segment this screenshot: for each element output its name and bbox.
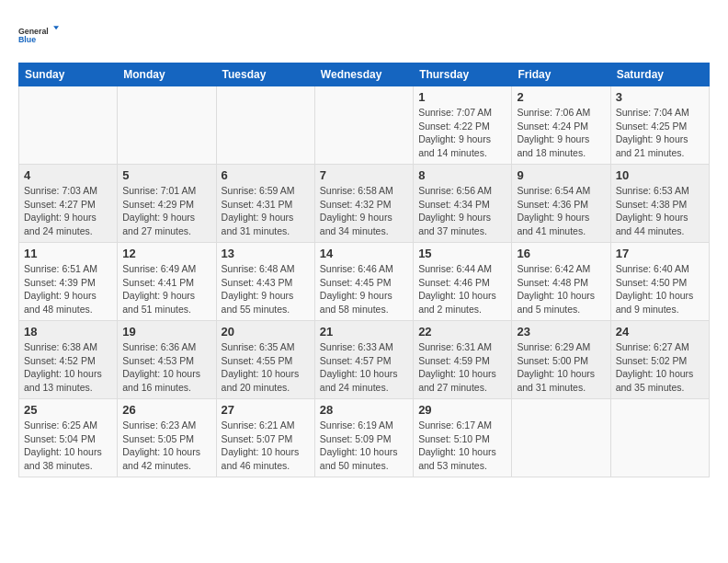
day-cell: 14Sunrise: 6:46 AMSunset: 4:45 PMDayligh… [314, 243, 413, 321]
column-header-tuesday: Tuesday [216, 63, 314, 86]
day-number: 27 [222, 403, 310, 417]
day-cell: 22Sunrise: 6:31 AMSunset: 4:59 PMDayligh… [414, 321, 512, 399]
column-header-saturday: Saturday [610, 63, 709, 86]
day-number: 8 [418, 168, 506, 182]
svg-marker-2 [53, 26, 59, 29]
calendar-header-row: SundayMondayTuesdayWednesdayThursdayFrid… [19, 63, 710, 86]
day-info: Sunrise: 6:53 AMSunset: 4:38 PMDaylight:… [616, 184, 704, 238]
day-cell: 20Sunrise: 6:35 AMSunset: 4:55 PMDayligh… [216, 321, 314, 399]
day-cell [19, 86, 118, 165]
day-cell: 26Sunrise: 6:23 AMSunset: 5:05 PMDayligh… [118, 399, 216, 477]
day-number: 7 [320, 168, 408, 182]
day-info: Sunrise: 6:23 AMSunset: 5:05 PMDaylight:… [122, 419, 210, 473]
day-info: Sunrise: 6:33 AMSunset: 4:57 PMDaylight:… [320, 340, 408, 395]
day-number: 17 [616, 247, 704, 260]
day-info: Sunrise: 7:01 AMSunset: 4:29 PMDaylight:… [122, 184, 210, 238]
day-cell: 23Sunrise: 6:29 AMSunset: 5:00 PMDayligh… [512, 321, 610, 399]
day-cell [216, 86, 314, 165]
day-info: Sunrise: 6:31 AMSunset: 4:59 PMDaylight:… [418, 340, 506, 395]
day-cell: 7Sunrise: 6:58 AMSunset: 4:32 PMDaylight… [314, 165, 413, 243]
logo: General Blue [18, 15, 59, 55]
day-number: 14 [320, 247, 408, 260]
day-cell [314, 86, 413, 165]
day-number: 22 [418, 325, 506, 339]
column-header-sunday: Sunday [19, 63, 118, 86]
day-number: 9 [517, 168, 605, 182]
day-info: Sunrise: 6:25 AMSunset: 5:04 PMDaylight:… [24, 419, 112, 473]
day-info: Sunrise: 6:27 AMSunset: 5:02 PMDaylight:… [616, 340, 704, 395]
day-number: 20 [222, 325, 310, 339]
week-row-3: 11Sunrise: 6:51 AMSunset: 4:39 PMDayligh… [19, 243, 710, 321]
day-cell: 21Sunrise: 6:33 AMSunset: 4:57 PMDayligh… [314, 321, 413, 399]
day-info: Sunrise: 6:19 AMSunset: 5:09 PMDaylight:… [320, 419, 408, 473]
day-cell: 8Sunrise: 6:56 AMSunset: 4:34 PMDaylight… [414, 165, 512, 243]
day-info: Sunrise: 6:48 AMSunset: 4:43 PMDaylight:… [222, 262, 310, 316]
day-number: 2 [517, 90, 605, 104]
day-info: Sunrise: 6:44 AMSunset: 4:46 PMDaylight:… [418, 262, 506, 316]
day-cell: 25Sunrise: 6:25 AMSunset: 5:04 PMDayligh… [19, 399, 118, 477]
day-cell: 28Sunrise: 6:19 AMSunset: 5:09 PMDayligh… [314, 399, 413, 477]
day-cell: 4Sunrise: 7:03 AMSunset: 4:27 PMDaylight… [19, 165, 118, 243]
day-info: Sunrise: 6:21 AMSunset: 5:07 PMDaylight:… [222, 419, 310, 473]
day-info: Sunrise: 6:59 AMSunset: 4:31 PMDaylight:… [222, 184, 310, 238]
week-row-1: 1Sunrise: 7:07 AMSunset: 4:22 PMDaylight… [19, 86, 710, 165]
day-cell: 12Sunrise: 6:49 AMSunset: 4:41 PMDayligh… [118, 243, 216, 321]
day-info: Sunrise: 6:40 AMSunset: 4:50 PMDaylight:… [616, 262, 704, 316]
logo-svg: General Blue [18, 15, 59, 55]
column-header-thursday: Thursday [414, 63, 512, 86]
day-number: 29 [418, 403, 506, 417]
day-cell: 27Sunrise: 6:21 AMSunset: 5:07 PMDayligh… [216, 399, 314, 477]
week-row-5: 25Sunrise: 6:25 AMSunset: 5:04 PMDayligh… [19, 399, 710, 477]
day-number: 21 [320, 325, 408, 339]
day-cell: 6Sunrise: 6:59 AMSunset: 4:31 PMDaylight… [216, 165, 314, 243]
week-row-2: 4Sunrise: 7:03 AMSunset: 4:27 PMDaylight… [19, 165, 710, 243]
day-number: 6 [222, 168, 310, 182]
day-cell: 2Sunrise: 7:06 AMSunset: 4:24 PMDaylight… [512, 86, 610, 165]
day-info: Sunrise: 6:58 AMSunset: 4:32 PMDaylight:… [320, 184, 408, 238]
day-cell: 16Sunrise: 6:42 AMSunset: 4:48 PMDayligh… [512, 243, 610, 321]
day-info: Sunrise: 6:36 AMSunset: 4:53 PMDaylight:… [122, 340, 210, 395]
week-row-4: 18Sunrise: 6:38 AMSunset: 4:52 PMDayligh… [19, 321, 710, 399]
day-info: Sunrise: 7:06 AMSunset: 4:24 PMDaylight:… [517, 106, 605, 160]
day-number: 3 [616, 90, 704, 104]
day-cell: 15Sunrise: 6:44 AMSunset: 4:46 PMDayligh… [414, 243, 512, 321]
day-info: Sunrise: 6:38 AMSunset: 4:52 PMDaylight:… [24, 340, 112, 395]
day-info: Sunrise: 7:07 AMSunset: 4:22 PMDaylight:… [418, 106, 506, 160]
day-cell: 10Sunrise: 6:53 AMSunset: 4:38 PMDayligh… [610, 165, 709, 243]
day-number: 12 [122, 247, 210, 260]
day-cell [610, 399, 709, 477]
day-cell: 9Sunrise: 6:54 AMSunset: 4:36 PMDaylight… [512, 165, 610, 243]
day-number: 5 [122, 168, 210, 182]
day-number: 15 [418, 247, 506, 260]
day-cell: 13Sunrise: 6:48 AMSunset: 4:43 PMDayligh… [216, 243, 314, 321]
day-number: 18 [24, 325, 112, 339]
day-info: Sunrise: 6:35 AMSunset: 4:55 PMDaylight:… [222, 340, 310, 395]
day-cell: 1Sunrise: 7:07 AMSunset: 4:22 PMDaylight… [414, 86, 512, 165]
day-info: Sunrise: 7:03 AMSunset: 4:27 PMDaylight:… [24, 184, 112, 238]
day-info: Sunrise: 6:49 AMSunset: 4:41 PMDaylight:… [122, 262, 210, 316]
day-cell: 3Sunrise: 7:04 AMSunset: 4:25 PMDaylight… [610, 86, 709, 165]
day-info: Sunrise: 6:17 AMSunset: 5:10 PMDaylight:… [418, 419, 506, 473]
svg-text:Blue: Blue [18, 35, 36, 44]
day-number: 11 [24, 247, 112, 260]
day-cell: 24Sunrise: 6:27 AMSunset: 5:02 PMDayligh… [610, 321, 709, 399]
day-number: 25 [24, 403, 112, 417]
column-header-wednesday: Wednesday [314, 63, 413, 86]
day-info: Sunrise: 6:56 AMSunset: 4:34 PMDaylight:… [418, 184, 506, 238]
day-number: 13 [222, 247, 310, 260]
day-cell: 18Sunrise: 6:38 AMSunset: 4:52 PMDayligh… [19, 321, 118, 399]
day-number: 23 [517, 325, 605, 339]
day-cell [118, 86, 216, 165]
day-cell: 11Sunrise: 6:51 AMSunset: 4:39 PMDayligh… [19, 243, 118, 321]
day-info: Sunrise: 6:46 AMSunset: 4:45 PMDaylight:… [320, 262, 408, 316]
day-number: 28 [320, 403, 408, 417]
page-header: General Blue [18, 15, 710, 55]
day-cell: 29Sunrise: 6:17 AMSunset: 5:10 PMDayligh… [414, 399, 512, 477]
day-number: 16 [517, 247, 605, 260]
day-number: 24 [616, 325, 704, 339]
day-info: Sunrise: 6:42 AMSunset: 4:48 PMDaylight:… [517, 262, 605, 316]
day-info: Sunrise: 6:29 AMSunset: 5:00 PMDaylight:… [517, 340, 605, 395]
column-header-monday: Monday [118, 63, 216, 86]
day-number: 4 [24, 168, 112, 182]
day-number: 19 [122, 325, 210, 339]
